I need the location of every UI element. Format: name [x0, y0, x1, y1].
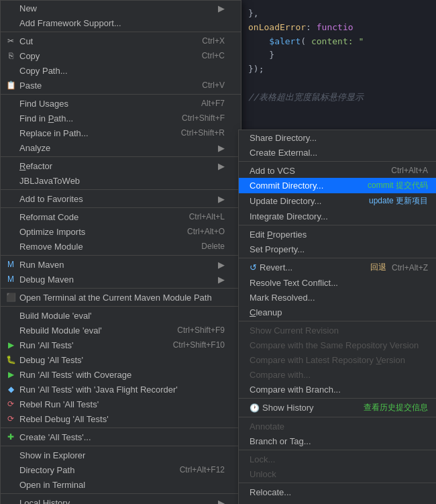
right-menu-show-current-revision: Show Current Revision — [239, 323, 436, 338]
right-separator — [239, 225, 436, 225]
code-line-7: //表格超出宽度鼠标悬停显示 — [248, 91, 436, 105]
right-menu-create-external[interactable]: Create External... — [239, 145, 436, 160]
menu-create-all-tests[interactable]: ✚ Create 'All Tests'... — [1, 430, 241, 444]
right-menu-cleanup[interactable]: Cleanup — [239, 305, 436, 319]
code-line-4: } — [248, 48, 436, 62]
menu-replace-in-path[interactable]: Replace in Path... Ctrl+Shift+R — [1, 125, 241, 140]
separator — [1, 156, 241, 157]
menu-rebel-debug[interactable]: ⟳ Rebel Debug 'All Tests' — [1, 411, 241, 426]
copy-icon: ⎘ — [5, 50, 17, 62]
rebel-run-icon: ⟳ — [5, 398, 17, 410]
right-menu-unlock: Unlock — [239, 466, 436, 481]
separator — [1, 446, 241, 446]
right-menu-edit-properties[interactable]: Edit Properties — [239, 227, 436, 242]
right-menu-update-directory[interactable]: Update Directory... update 更新项目 — [239, 193, 436, 209]
menu-run-maven[interactable]: M Run Maven ▶ — [1, 257, 241, 272]
menu-reformat[interactable]: Reformat Code Ctrl+Alt+L — [1, 209, 241, 224]
menu-local-history[interactable]: Local History ▶ — [1, 495, 241, 504]
menu-run-all-tests[interactable]: ▶ Run 'All Tests' Ctrl+Shift+F10 — [1, 338, 241, 352]
right-menu-revert[interactable]: ↺Revert... 回退 Ctrl+Alt+Z — [239, 260, 436, 275]
menu-find-usages[interactable]: Find Usages Alt+F7 — [1, 96, 241, 111]
code-line-3: $alert( content: " — [248, 35, 436, 49]
right-menu-add-to-vcs[interactable]: Add to VCS Ctrl+Alt+A — [239, 163, 436, 178]
arrow-icon: ▶ — [218, 260, 225, 270]
paste-icon: 📋 — [5, 79, 17, 91]
separator — [1, 427, 241, 428]
cut-icon: ✂ — [5, 35, 17, 47]
code-line-1: }, — [248, 7, 436, 21]
right-menu-integrate-directory[interactable]: Integrate Directory... — [239, 209, 436, 223]
right-separator — [239, 450, 436, 450]
debug-icon: 🐛 — [5, 354, 17, 366]
right-separator — [239, 483, 436, 483]
right-context-menu: Share Directory... Create External... Ad… — [238, 130, 436, 504]
arrow-icon: ▶ — [218, 161, 225, 171]
menu-show-in-explorer[interactable]: Show in Explorer — [1, 448, 241, 462]
right-menu-share-directory[interactable]: Share Directory... — [239, 130, 436, 145]
menu-copy-path[interactable]: Copy Path... — [1, 63, 241, 78]
menu-refactor[interactable]: Refactor ▶ — [1, 158, 241, 173]
right-menu-compare-with-branch[interactable]: Compare with Branch... — [239, 382, 436, 397]
right-menu-branch-or-tag[interactable]: Branch or Tag... — [239, 434, 436, 448]
menu-paste[interactable]: 📋 Paste Ctrl+V — [1, 78, 241, 93]
menu-find-in-path[interactable]: Find in Path... Ctrl+Shift+F — [1, 111, 241, 125]
menu-analyze[interactable]: Analyze ▶ — [1, 140, 241, 155]
right-menu-resolve-text-conflict[interactable]: Resolve Text Conflict... — [239, 275, 436, 290]
right-menu-compare-latest-repo: Compare with Latest Repository Version — [239, 352, 436, 367]
right-menu-commit-directory[interactable]: Commit Directory... commit 提交代码 — [239, 178, 436, 193]
menu-build-module[interactable]: Build Module 'eval' — [1, 308, 241, 323]
separator — [1, 255, 241, 256]
right-menu-relocate[interactable]: Relocate... — [239, 485, 436, 499]
separator — [1, 32, 241, 32]
rebel-debug-icon: ⟳ — [5, 413, 17, 425]
menu-cut[interactable]: ✂ Cut Ctrl+X — [1, 34, 241, 48]
right-menu-browse-changes[interactable]: Browse Changes... — [239, 499, 436, 504]
menu-run-flight-recorder[interactable]: ◆ Run 'All Tests' with 'Java Flight Reco… — [1, 382, 241, 397]
menu-run-coverage[interactable]: ▶ Run 'All Tests' with Coverage — [1, 367, 241, 382]
arrow-icon: ▶ — [218, 498, 225, 505]
debug-maven-icon: M — [5, 273, 17, 285]
menu-debug-maven[interactable]: M Debug Maven ▶ — [1, 272, 241, 287]
maven-icon: M — [5, 258, 17, 270]
menu-rebel-run[interactable]: ⟳ Rebel Run 'All Tests' — [1, 397, 241, 411]
right-menu-show-history[interactable]: 🕐Show History 查看历史提交信息 — [239, 400, 436, 415]
right-menu-lock: Lock... — [239, 452, 436, 466]
right-menu-annotate: Annotate — [239, 419, 436, 434]
menu-debug-all-tests[interactable]: 🐛 Debug 'All Tests' — [1, 352, 241, 367]
menu-new[interactable]: New ▶ — [1, 1, 241, 15]
flight-recorder-icon: ◆ — [5, 383, 17, 395]
code-line-5: }); — [248, 62, 436, 77]
code-line-6 — [248, 77, 436, 91]
arrow-icon: ▶ — [218, 194, 225, 204]
menu-copy[interactable]: ⎘ Copy Ctrl+C — [1, 48, 241, 63]
coverage-icon: ▶ — [5, 368, 17, 381]
separator — [1, 288, 241, 289]
separator — [1, 189, 241, 190]
right-menu-compare-same-repo: Compare with the Same Repository Version — [239, 338, 436, 352]
arrow-icon: ▶ — [218, 3, 225, 13]
menu-rebuild-module[interactable]: Rebuild Module 'eval' Ctrl+Shift+F9 — [1, 323, 241, 338]
terminal-icon: ⬛ — [5, 291, 17, 303]
right-menu-compare-with: Compare with... — [239, 367, 436, 382]
separator — [1, 306, 241, 307]
menu-add-framework[interactable]: Add Framework Support... — [1, 15, 241, 30]
menu-open-in-terminal[interactable]: Open in Terminal — [1, 477, 241, 492]
right-menu-set-property[interactable]: Set Property... — [239, 242, 436, 256]
code-line-2: onLoadError: functio — [248, 21, 436, 35]
menu-jbl[interactable]: JBLJavaToWeb — [1, 173, 241, 188]
left-context-menu: New ▶ Add Framework Support... ✂ Cut Ctr… — [0, 0, 241, 504]
separator — [1, 493, 241, 494]
menu-optimize-imports[interactable]: Optimize Imports Ctrl+Alt+O — [1, 224, 241, 239]
right-separator — [239, 398, 436, 399]
right-separator — [239, 161, 436, 162]
menu-add-favorites[interactable]: Add to Favorites ▶ — [1, 191, 241, 206]
menu-remove-module[interactable]: Remove Module Delete — [1, 239, 241, 254]
arrow-icon: ▶ — [218, 143, 225, 153]
menu-open-terminal-maven[interactable]: ⬛ Open Terminal at the Current Maven Mod… — [1, 290, 241, 305]
menu-directory-path[interactable]: Directory Path Ctrl+Alt+F12 — [1, 462, 241, 477]
right-menu-mark-resolved[interactable]: Mark Resolved... — [239, 290, 436, 305]
arrow-icon: ▶ — [218, 274, 225, 285]
create-icon: ✚ — [5, 431, 17, 443]
right-separator — [239, 321, 436, 321]
separator — [1, 94, 241, 95]
